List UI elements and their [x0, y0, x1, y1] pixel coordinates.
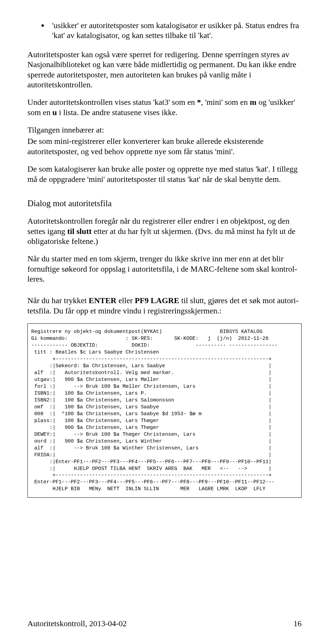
paragraph-7: Når du starter med en tom skjerm, trenge… — [27, 254, 302, 284]
p2-part-a: Under autoritetskontrollen vises status … — [27, 98, 197, 107]
paragraph-2: Under autoritetskontrollen vises status … — [27, 97, 302, 117]
paragraph-5: De som katalogiserer kan bruke alle post… — [27, 164, 302, 184]
bold-u: u — [52, 108, 57, 117]
bold-m: m — [250, 98, 257, 107]
p2-part-d: i lista. De andre statusene vises ikke. — [57, 108, 178, 117]
bold-star: * — [197, 98, 201, 107]
paragraph-6: Autoritetskontrollen foregår når du regi… — [27, 216, 302, 246]
bullet-item: 'usikker' er autoritetsposter som katalo… — [49, 21, 302, 41]
page-footer: Autoritetskontroll, 2013-04-02 16 — [27, 619, 302, 628]
paragraph-4: De som mini-registrerer eller konvertere… — [27, 136, 302, 157]
footer-left: Autoritetskontroll, 2013-04-02 — [27, 619, 127, 628]
terminal-text: Registrere ny objekt-og dokumentpost(NYK… — [31, 329, 298, 493]
p8-part-c: eller — [117, 296, 135, 305]
bold-pf9: PF9 LAGRE — [135, 296, 179, 305]
paragraph-3: Tilgangen innebærer at: — [27, 125, 302, 135]
terminal-screenshot: Registrere ny objekt-og dokumentpost(NYK… — [27, 323, 302, 498]
paragraph-1: Autoritetsposter kan også være sperret f… — [27, 50, 302, 90]
p8-part-a: Når du har trykket — [27, 296, 89, 305]
paragraph-8: Når du har trykket ENTER eller PF9 LAGRE… — [27, 296, 302, 316]
footer-page-number: 16 — [294, 619, 302, 628]
bullet-list: 'usikker' er autoritetsposter som katalo… — [27, 21, 302, 41]
section-heading: Dialog mot autoritetsfila — [27, 198, 302, 209]
page-body: 'usikker' er autoritetsposter som katalo… — [27, 21, 302, 498]
bold-enter: ENTER — [89, 296, 117, 305]
p2-part-b: , 'mini' som en — [201, 98, 249, 107]
bold-tilslutt: til slutt — [67, 227, 92, 236]
